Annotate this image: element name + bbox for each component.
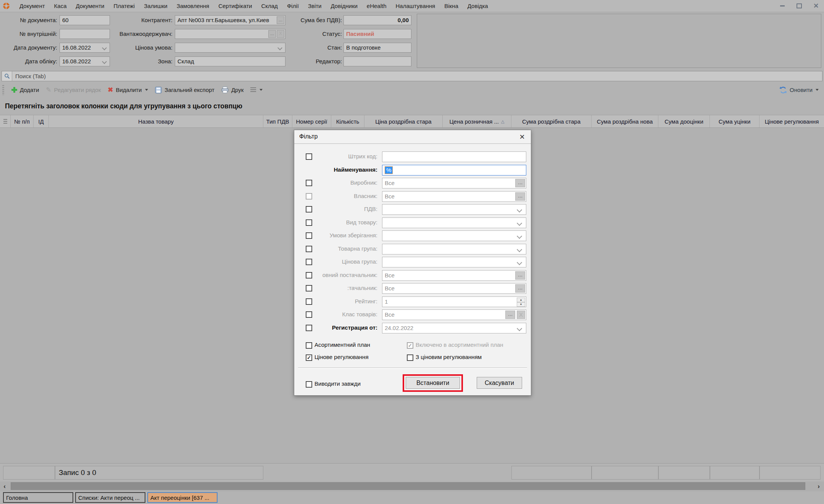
tab-holovna[interactable]: Головна (3, 492, 73, 503)
filter-checkbox[interactable] (306, 311, 312, 318)
menu-item-dokumenty[interactable]: Документи (71, 0, 109, 12)
goods-class-lookup[interactable]: Все...X (382, 309, 526, 320)
chevron-down-icon[interactable] (517, 260, 522, 265)
chevron-down-icon[interactable] (517, 221, 522, 226)
add-button[interactable]: Додати (8, 85, 42, 95)
menu-item-nalashtuvannya[interactable]: Налаштування (391, 0, 440, 12)
filter-checkbox[interactable] (306, 246, 312, 252)
price-group-combo[interactable] (382, 257, 526, 267)
filter-row-storage: Умови зберігання: (294, 230, 531, 242)
chevron-down-icon[interactable] (517, 207, 522, 213)
menu-item-sertyfikaty[interactable]: Сертифікати (214, 0, 256, 12)
menu-item-vikna[interactable]: Вікна (440, 0, 463, 12)
vat-combo[interactable] (382, 204, 526, 215)
column-header[interactable]: Назва товару (49, 115, 263, 127)
menu-item-dovidnyky[interactable]: Довідники (326, 0, 362, 12)
scroll-right-arrow[interactable]: › (814, 483, 823, 490)
owner-lookup[interactable]: Все... (382, 191, 526, 202)
menu-item-sklad[interactable]: Склад (256, 0, 282, 12)
filter-checkbox[interactable] (306, 219, 312, 226)
included-in-plan-checkbox-disabled[interactable]: ✓ (407, 342, 413, 349)
filter-checkbox[interactable] (306, 153, 312, 160)
price-regulation-checkbox[interactable]: ✓ (306, 354, 312, 361)
goods-type-combo[interactable] (382, 217, 526, 228)
name-input[interactable]: % (382, 165, 526, 176)
scrollbar-thumb[interactable] (11, 482, 805, 490)
chevron-down-icon[interactable] (517, 326, 522, 331)
always-show-checkbox[interactable] (306, 381, 312, 388)
refresh-button[interactable]: Оновити (779, 86, 824, 94)
restore-button[interactable] (795, 2, 803, 10)
menu-item-dokument[interactable]: Документ (15, 0, 50, 12)
edit-row-button[interactable]: ✎Редагувати рядок (42, 84, 104, 95)
menu-item-zvity[interactable]: Звіти (303, 0, 326, 12)
column-header[interactable]: Сума роздрібна стара (511, 115, 592, 127)
column-header[interactable]: Сума уцінки (710, 115, 759, 127)
filter-checkbox[interactable] (306, 232, 312, 239)
with-price-regulation-checkbox[interactable] (407, 354, 413, 361)
clear-x-button[interactable]: X (517, 311, 525, 319)
zone-label: Зона: (96, 56, 173, 66)
menu-item-kasa[interactable]: Каса (50, 0, 71, 12)
filter-checkbox[interactable] (306, 180, 312, 186)
filter-checkbox[interactable] (306, 272, 312, 279)
filter-checkbox[interactable] (306, 206, 312, 213)
print-button[interactable]: Друк (218, 85, 247, 95)
view-options-button[interactable] (247, 86, 266, 94)
menu-item-platezhi[interactable]: Платежі (109, 0, 139, 12)
column-header[interactable]: Сума дооцінки (658, 115, 710, 127)
minimize-button[interactable] (778, 2, 787, 10)
lookup-ellipsis-button[interactable]: ... (515, 271, 525, 280)
supplier-lookup[interactable]: Все... (382, 283, 526, 294)
lookup-ellipsis-button[interactable]: ... (505, 311, 515, 319)
column-header-sorted[interactable]: Цена розничная ...△ (443, 115, 511, 127)
column-header[interactable]: Сума роздрібна нова (592, 115, 658, 127)
cancel-button[interactable]: Скасувати (477, 377, 522, 389)
lookup-ellipsis-button[interactable]: ... (515, 284, 525, 293)
lookup-ellipsis-button[interactable]: ... (515, 192, 525, 201)
filter-checkbox[interactable] (306, 285, 312, 291)
export-button[interactable]: Загальний експорт (152, 85, 218, 95)
goods-group-combo[interactable] (382, 244, 526, 254)
filter-dialog-titlebar[interactable]: Фільтр ✕ (294, 130, 531, 144)
search-input[interactable] (12, 73, 822, 79)
scroll-left-arrow[interactable]: ‹ (0, 483, 9, 490)
column-header[interactable]: Кількість (331, 115, 364, 127)
column-header[interactable]: № п/п (11, 115, 34, 127)
menu-item-filii[interactable]: Філії (282, 0, 303, 12)
rating-spinner[interactable]: 1 ▲▼ (382, 296, 526, 307)
tab-spysky-akty[interactable]: Списки: Акти переоц ... (75, 492, 145, 503)
dialog-close-button[interactable]: ✕ (517, 132, 527, 142)
menu-item-zalyshky[interactable]: Залишки (139, 0, 172, 12)
menu-item-ehealth[interactable]: eHealth (362, 0, 391, 12)
column-header[interactable]: Тип ПДВ (263, 115, 292, 127)
menu-item-zamovlennya[interactable]: Замовлення (172, 0, 214, 12)
group-by-panel[interactable]: Перетягніть заголовок колонки сюди для у… (0, 98, 824, 115)
column-header[interactable]: Номер серії (292, 115, 331, 127)
filter-checkbox-disabled[interactable] (306, 193, 312, 200)
filter-checkbox[interactable] (306, 298, 312, 305)
menu-item-dovidka[interactable]: Довідка (463, 0, 493, 12)
storage-combo[interactable] (382, 230, 526, 241)
spin-down-icon[interactable]: ▼ (517, 302, 525, 307)
lookup-ellipsis-button[interactable]: ... (515, 179, 525, 187)
main-supplier-lookup[interactable]: Все... (382, 270, 526, 281)
spin-up-icon[interactable]: ▲ (517, 298, 525, 302)
filter-checkbox[interactable] (306, 325, 312, 331)
column-header[interactable]: Цінове регулювання (759, 115, 824, 127)
manufacturer-lookup[interactable]: Все... (382, 178, 526, 188)
registration-date-combo[interactable]: 24.02.2022 (382, 323, 526, 333)
filter-checkbox[interactable] (306, 259, 312, 265)
toolbar-drag-handle[interactable] (2, 85, 4, 95)
barcode-input[interactable] (382, 151, 526, 162)
account-date-label: Дата обліку: (0, 56, 57, 66)
chevron-down-icon[interactable] (517, 247, 522, 252)
close-button[interactable]: ✕ (812, 2, 820, 10)
column-header[interactable]: Ціна роздрібна стара (364, 115, 443, 127)
row-indicator-column-header[interactable] (0, 115, 11, 127)
chevron-down-icon[interactable] (517, 233, 522, 239)
delete-button[interactable]: ✖Видалити (104, 84, 152, 95)
assortment-plan-checkbox[interactable] (306, 342, 312, 349)
tab-akt-pereotsinky-active[interactable]: Акт переоцінки [637 ... (147, 492, 218, 503)
column-header[interactable]: ІД (34, 115, 49, 127)
